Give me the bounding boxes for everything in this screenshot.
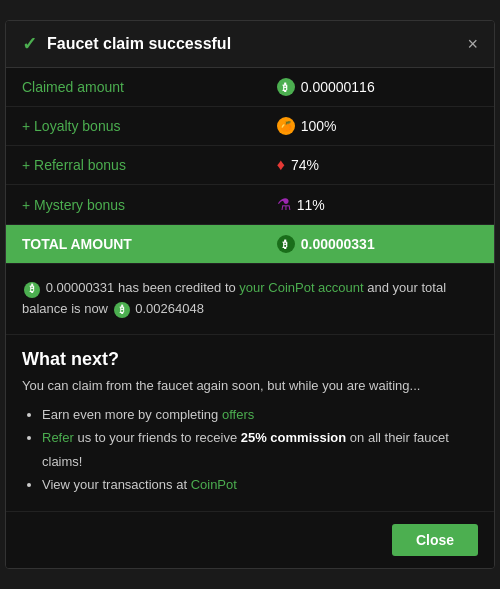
row-label-referral: + Referral bonus <box>6 146 261 185</box>
btc-icon-claimed: ₿ <box>277 78 295 96</box>
offers-link[interactable]: offers <box>222 407 254 422</box>
total-label: TOTAL AMOUNT <box>6 225 261 264</box>
bullet-list: Earn even more by completing offers Refe… <box>22 403 478 497</box>
claims-table: Claimed amount ₿ 0.00000116 + Loyalty bo… <box>6 68 494 264</box>
btc-icon-balance: ₿ <box>114 302 130 318</box>
checkmark-icon: ✓ <box>22 33 37 55</box>
referral-icon: ♦ <box>277 156 285 174</box>
total-value: ₿ 0.00000331 <box>261 225 494 264</box>
list-item: View your transactions at CoinPot <box>42 473 478 496</box>
title-wrap: ✓ Faucet claim successful <box>22 33 231 55</box>
btc-icon-total: ₿ <box>277 235 295 253</box>
table-row: Claimed amount ₿ 0.00000116 <box>6 68 494 107</box>
row-value-referral: ♦ 74% <box>261 146 494 185</box>
claims-section: Claimed amount ₿ 0.00000116 + Loyalty bo… <box>6 68 494 264</box>
refer-link[interactable]: Refer <box>42 430 74 445</box>
row-value-claimed: ₿ 0.00000116 <box>261 68 494 107</box>
what-next-section: What next? You can claim from the faucet… <box>6 335 494 512</box>
row-value-mystery: ⚗ 11% <box>261 185 494 225</box>
row-label-claimed: Claimed amount <box>6 68 261 107</box>
close-modal-icon[interactable]: × <box>467 35 478 53</box>
loyalty-icon: 🍊 <box>277 117 295 135</box>
mystery-icon: ⚗ <box>277 195 291 214</box>
table-row: + Mystery bonus ⚗ 11% <box>6 185 494 225</box>
close-button[interactable]: Close <box>392 524 478 556</box>
info-section: ₿ 0.00000331 has been credited to your C… <box>6 264 494 335</box>
coinpot-account-link[interactable]: your CoinPot account <box>239 280 363 295</box>
modal-header: ✓ Faucet claim successful × <box>6 21 494 68</box>
modal-title: Faucet claim successful <box>47 35 231 53</box>
table-row: + Loyalty bonus 🍊 100% <box>6 107 494 146</box>
list-item: Earn even more by completing offers <box>42 403 478 426</box>
table-row: + Referral bonus ♦ 74% <box>6 146 494 185</box>
what-next-description: You can claim from the faucet again soon… <box>22 378 478 393</box>
list-item: Refer us to your friends to receive 25% … <box>42 426 478 473</box>
row-label-mystery: + Mystery bonus <box>6 185 261 225</box>
total-row: TOTAL AMOUNT ₿ 0.00000331 <box>6 225 494 264</box>
what-next-title: What next? <box>22 349 478 370</box>
modal: ✓ Faucet claim successful × Claimed amou… <box>5 20 495 568</box>
modal-footer: Close <box>6 512 494 568</box>
row-label-loyalty: + Loyalty bonus <box>6 107 261 146</box>
coinpot-transactions-link[interactable]: CoinPot <box>191 477 237 492</box>
row-value-loyalty: 🍊 100% <box>261 107 494 146</box>
btc-icon-info: ₿ <box>24 282 40 298</box>
